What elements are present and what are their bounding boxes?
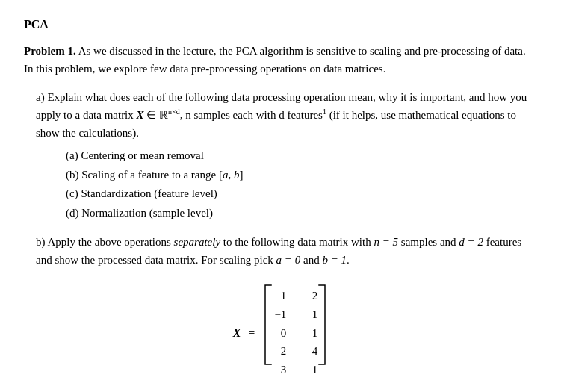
cell-1-2: 2 xyxy=(304,287,317,305)
matrix-row-4: 2 4 xyxy=(273,342,317,361)
sub-items-list: (a) Centering or mean removal (b) Scalin… xyxy=(66,146,537,223)
cell-4-1: 2 xyxy=(273,342,286,361)
cell-5-2: 1 xyxy=(304,361,317,379)
sub-item-c-text: Standardization (feature level) xyxy=(81,187,217,199)
sub-item-a-text: Centering or mean removal xyxy=(81,149,204,161)
cell-3-2: 1 xyxy=(304,324,317,343)
sub-item-b: (b) Scaling of a feature to a range [a, … xyxy=(66,166,537,185)
part-a-label: a) xyxy=(36,91,45,103)
problem-label: Problem 1. xyxy=(24,45,76,57)
page-title: PCA xyxy=(24,18,537,31)
sub-item-c: (c) Standardization (feature level) xyxy=(66,184,537,204)
sub-item-b-label: (b) xyxy=(66,169,79,181)
a-equation: a = 0 xyxy=(276,254,301,266)
matrix-equals: = xyxy=(248,326,255,340)
part-a-text: Explain what does each of the following … xyxy=(36,91,527,139)
right-bracket-icon xyxy=(317,284,328,366)
sub-item-a: (a) Centering or mean removal xyxy=(66,146,537,166)
matrix-row-5: 3 1 xyxy=(273,361,317,379)
cell-3-1: 0 xyxy=(273,324,286,343)
part-b-label: b) xyxy=(36,236,46,248)
cell-1-1: 1 xyxy=(273,287,286,305)
problem-statement: Problem 1. As we discussed in the lectur… xyxy=(24,42,537,78)
sub-item-b-text: Scaling of a feature to a range [a, b] xyxy=(81,169,243,181)
n-equation: n = 5 xyxy=(374,236,398,248)
matrix-row-2: −1 1 xyxy=(273,305,317,324)
part-b-content: Apply the above operations separately to… xyxy=(36,236,521,266)
problem-intro: As we discussed in the lecture, the PCA … xyxy=(24,45,526,75)
d-equation: d = 2 xyxy=(459,236,483,248)
sub-item-d-label: (d) xyxy=(66,207,79,219)
sub-item-d: (d) Normalization (sample level) xyxy=(66,204,537,223)
cell-5-1: 3 xyxy=(273,361,286,379)
cell-2-1: −1 xyxy=(273,305,286,324)
sub-item-d-text: Normalization (sample level) xyxy=(81,207,213,219)
italic-separately: separately xyxy=(174,236,220,248)
matrix-section: X = 1 2 −1 1 0 1 2 4 3 xyxy=(24,284,537,382)
part-a: a) Explain what does each of the followi… xyxy=(36,88,537,223)
cell-4-2: 4 xyxy=(304,342,317,361)
exponent: n×d xyxy=(168,108,180,116)
cell-2-2: 1 xyxy=(304,305,317,324)
matrix-name-label: X xyxy=(233,326,241,340)
matrix-row-1: 1 2 xyxy=(273,287,317,305)
part-b: b) Apply the above operations separately… xyxy=(36,233,537,269)
sub-item-a-label: (a) xyxy=(66,149,78,161)
matrix-variable: X xyxy=(137,109,144,121)
b-equation: b = 1 xyxy=(322,254,347,266)
footnote-ref: 1 xyxy=(323,108,326,116)
left-bracket-icon xyxy=(262,284,273,366)
matrix-row-3: 0 1 xyxy=(273,324,317,343)
matrix-content: 1 2 −1 1 0 1 2 4 3 1 xyxy=(273,284,317,382)
sub-item-c-label: (c) xyxy=(66,187,78,199)
matrix-wrapper: 1 2 −1 1 0 1 2 4 3 1 xyxy=(262,284,328,382)
